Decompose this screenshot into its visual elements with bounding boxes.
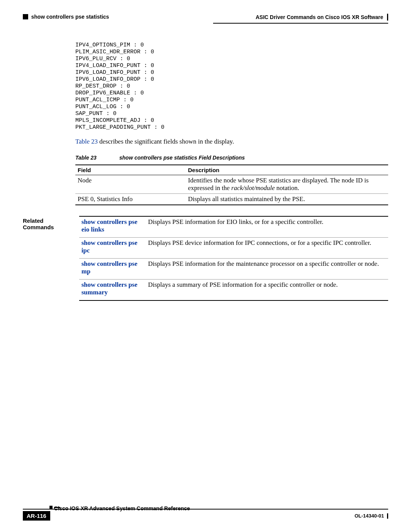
header-marker-icon (23, 14, 28, 19)
table-row: show controllers pse eio links Displays … (79, 216, 388, 238)
page-footer: AR-116 Cisco IOS XR Advanced System Comm… (23, 514, 388, 521)
table-cell-description: Identifies the node whose PSE statistics… (186, 175, 388, 194)
table-row: show controllers pse mp Displays PSE inf… (79, 259, 388, 280)
body-paragraph: Table 23 describes the significant field… (75, 138, 388, 145)
footer-bar-icon (387, 513, 388, 519)
related-commands-label: Related Commands (23, 216, 74, 301)
table-row: show controllers pse ipc Displays PSE de… (79, 238, 388, 259)
header-bar-icon (387, 14, 388, 21)
field-descriptions-table: Field Description Node Identifies the no… (75, 165, 388, 205)
desc-italic: rack/slot/module (231, 184, 275, 192)
table-header-description: Description (186, 165, 388, 175)
table-cell-field: Node (75, 175, 186, 194)
command-description: Displays PSE device information for IPC … (146, 238, 388, 259)
table-row: show controllers pse summary Displays a … (79, 280, 388, 301)
table-cell-field: PSE 0, Statistics Info (75, 194, 186, 205)
page-header: show controllers pse statistics ASIC Dri… (23, 14, 388, 21)
footer-doc-id: OL-14340-01 (355, 513, 384, 519)
table-row: PSE 0, Statistics Info Displays all stat… (75, 194, 388, 205)
command-description: Displays PSE information for the mainten… (146, 259, 388, 280)
header-chapter-title: ASIC Driver Commands on Cisco IOS XR Sof… (256, 14, 383, 20)
table-row: Node Identifies the node whose PSE stati… (75, 175, 388, 194)
command-link[interactable]: show controllers pse mp (81, 260, 137, 275)
code-output: IPV4_OPTIONS_PIM : 0 PLIM_ASIC_HDR_ERROR… (75, 42, 388, 131)
desc-text: Displays all statistics maintained by th… (188, 195, 305, 203)
footer-book-title: Cisco IOS XR Advanced System Command Ref… (54, 505, 190, 511)
command-description: Displays PSE information for EIO links, … (146, 216, 388, 238)
footer-square-icon (49, 506, 53, 509)
body-paragraph-text: describes the significant fields shown i… (98, 138, 234, 145)
table-caption-number: Table 23 (75, 155, 97, 161)
desc-text: notation. (275, 184, 299, 192)
command-link[interactable]: show controllers pse summary (81, 281, 137, 296)
header-section-title: show controllers pse statistics (31, 14, 109, 20)
table-cross-reference[interactable]: Table 23 (75, 138, 98, 145)
command-link[interactable]: show controllers pse ipc (81, 239, 137, 254)
table-caption-title: show controllers pse statistics Field De… (119, 155, 245, 161)
table-caption: Table 23 show controllers pse statistics… (75, 155, 388, 161)
related-commands-table: show controllers pse eio links Displays … (79, 216, 388, 301)
command-link[interactable]: show controllers pse eio links (81, 218, 137, 233)
command-description: Displays a summary of PSE information fo… (146, 280, 388, 301)
header-rule (213, 23, 388, 24)
table-header-field: Field (75, 165, 186, 175)
page-number-badge: AR-116 (23, 511, 50, 521)
table-cell-description: Displays all statistics maintained by th… (186, 194, 388, 205)
